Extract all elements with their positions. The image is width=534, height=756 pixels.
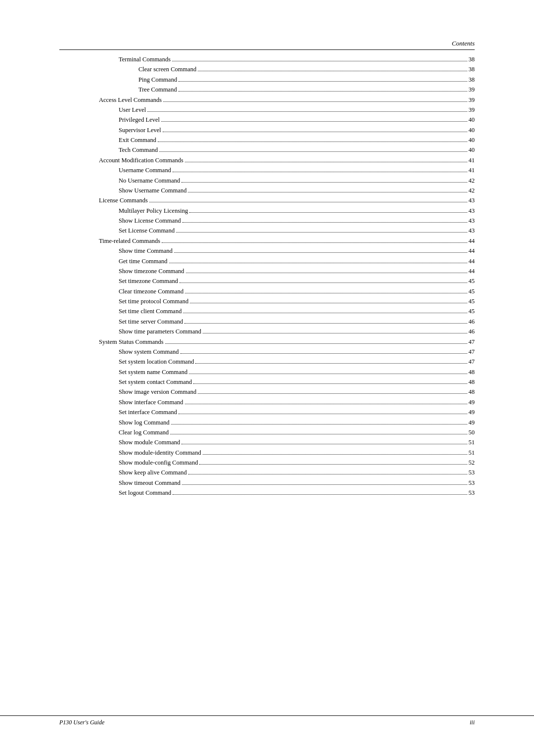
toc-page-number: 47 xyxy=(469,337,475,347)
toc-dots xyxy=(203,454,467,455)
toc-item: Privileged Level40 xyxy=(99,115,475,125)
toc-item: Show Username Command42 xyxy=(99,186,475,195)
toc-entry-text: Tech Command xyxy=(119,145,158,155)
toc-page-number: 45 xyxy=(469,277,475,286)
toc-entry-text: Show timeout Command xyxy=(119,478,180,488)
toc-page-number: 44 xyxy=(469,257,475,266)
toc-page-number: 50 xyxy=(469,428,475,437)
toc-page-number: 40 xyxy=(469,126,475,135)
toc-item: Show time parameters Command46 xyxy=(99,327,475,336)
toc-item: Clear screen Command38 xyxy=(99,65,475,74)
toc-item: Set License Command43 xyxy=(99,226,475,236)
toc-dots xyxy=(182,484,467,485)
toc-entry-text: Show keep alive Command xyxy=(119,468,187,477)
toc-page-number: 46 xyxy=(469,327,475,336)
toc-entry-text: Username Command xyxy=(119,166,171,175)
toc-page-number: 47 xyxy=(469,347,475,357)
toc-dots xyxy=(173,172,467,172)
toc-item: Set interface Command49 xyxy=(99,408,475,417)
toc-dots xyxy=(158,142,467,142)
toc-item: Tree Command39 xyxy=(99,85,475,94)
toc-entry-text: Show module-identity Command xyxy=(119,448,201,458)
toc-item: Show module-config Command52 xyxy=(99,458,475,468)
toc-page-number: 46 xyxy=(469,317,475,327)
header-title: Contents xyxy=(452,40,475,47)
toc-item: Terminal Commands38 xyxy=(99,55,475,64)
toc-entry-text: Set time client Command xyxy=(119,307,181,316)
toc-entry-text: Clear timezone Command xyxy=(119,287,183,296)
toc-item: Show system Command47 xyxy=(99,347,475,357)
toc-page-number: 40 xyxy=(469,136,475,145)
toc-dots xyxy=(183,313,467,313)
toc-page-number: 45 xyxy=(469,297,475,306)
toc-page-number: 41 xyxy=(469,156,475,165)
toc-item: Set time server Command46 xyxy=(99,317,475,327)
toc-entry-text: Set timezone Command xyxy=(119,277,178,286)
toc-item: Set system name Command48 xyxy=(99,368,475,377)
toc-dots xyxy=(198,393,467,394)
toc-item: Set time protocol Command45 xyxy=(99,297,475,306)
toc-item: Show timezone Command44 xyxy=(99,267,475,276)
toc-item: Show interface Command49 xyxy=(99,398,475,407)
page-footer: P130 User's Guide iii xyxy=(0,715,534,726)
toc-page-number: 44 xyxy=(469,236,475,246)
toc-entry-text: Privileged Level xyxy=(119,115,160,125)
toc-page-number: 44 xyxy=(469,246,475,256)
toc-entry-text: Multilayer Policy Licensing xyxy=(119,206,188,216)
toc-dots xyxy=(149,202,467,202)
toc-page-number: 42 xyxy=(469,186,475,195)
toc-entry-text: Set system contact Command xyxy=(119,378,192,387)
toc-page-number: 40 xyxy=(469,145,475,155)
toc-item: Show log Command49 xyxy=(99,418,475,427)
toc-entry-text: Get time Command xyxy=(119,257,168,266)
toc-dots xyxy=(178,81,467,82)
toc-dots xyxy=(189,212,467,213)
toc-page-number: 51 xyxy=(469,448,475,458)
toc-page-number: 45 xyxy=(469,307,475,316)
toc-dots xyxy=(178,91,467,92)
toc-page-number: 43 xyxy=(469,216,475,226)
toc-item: Account Modification Commands41 xyxy=(99,156,475,165)
toc-page-number: 39 xyxy=(469,85,475,94)
toc-page-number: 45 xyxy=(469,287,475,296)
toc-dots xyxy=(195,363,467,364)
toc-entry-text: Supervisor Level xyxy=(119,126,161,135)
toc-entry-text: Set system name Command xyxy=(119,368,187,377)
toc-page-number: 38 xyxy=(469,55,475,64)
toc-item: Multilayer Policy Licensing43 xyxy=(99,206,475,216)
toc-item: Show module-identity Command51 xyxy=(99,448,475,458)
toc-page-number: 48 xyxy=(469,387,475,397)
toc-entry-text: Show module-config Command xyxy=(119,458,198,468)
toc-dots xyxy=(185,293,467,293)
toc-dots xyxy=(184,323,467,324)
toc-item: Set logout Command53 xyxy=(99,488,475,498)
toc-entry-text: No Username Command xyxy=(119,176,180,186)
toc-entry-text: Access Level Commands xyxy=(99,95,162,105)
toc-dots xyxy=(176,232,467,233)
toc-item: Tech Command40 xyxy=(99,145,475,155)
toc-page-number: 38 xyxy=(469,75,475,85)
toc-page-number: 47 xyxy=(469,357,475,367)
toc-page-number: 53 xyxy=(469,488,475,498)
toc-dots xyxy=(198,71,467,71)
toc-entry-text: Ping Command xyxy=(138,75,177,85)
toc-dots xyxy=(189,374,467,374)
toc-dots xyxy=(188,474,467,474)
toc-page-number: 43 xyxy=(469,196,475,205)
toc-page-number: 38 xyxy=(469,65,475,74)
toc-dots xyxy=(163,132,467,132)
toc-entry-text: Show time Command xyxy=(119,246,173,256)
toc-dots xyxy=(179,283,467,283)
toc-item: Show timeout Command53 xyxy=(99,478,475,488)
toc-dots xyxy=(174,252,467,253)
toc-dots xyxy=(165,343,467,344)
toc-item: Time-related Commands44 xyxy=(99,236,475,246)
toc-page-number: 43 xyxy=(469,226,475,236)
toc-page-number: 53 xyxy=(469,468,475,477)
toc-page-number: 51 xyxy=(469,438,475,447)
footer-product-name: P130 User's Guide xyxy=(59,719,104,726)
toc-entry-text: License Commands xyxy=(99,196,148,205)
toc-entry-text: System Status Commands xyxy=(99,337,164,347)
toc-container: Terminal Commands38Clear screen Command3… xyxy=(59,55,475,498)
page: Contents Terminal Commands38Clear screen… xyxy=(0,0,534,756)
